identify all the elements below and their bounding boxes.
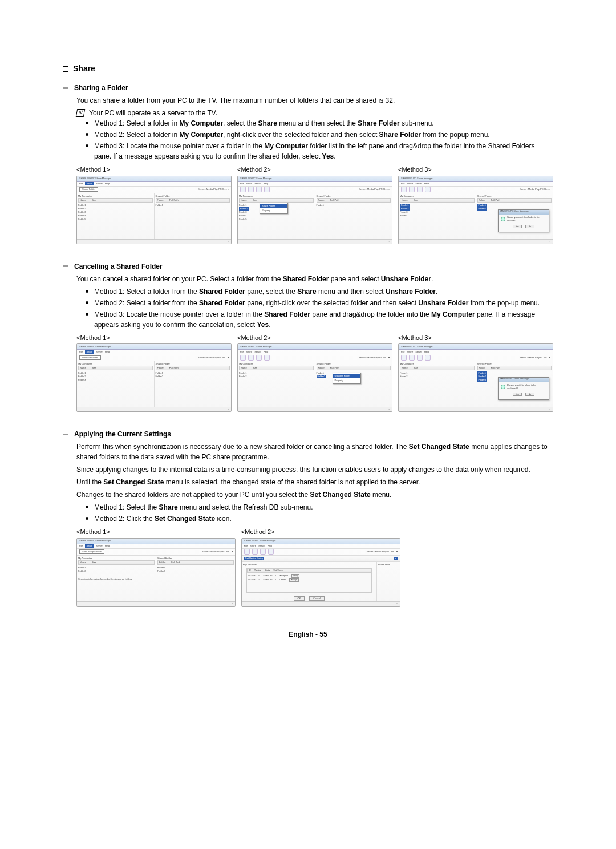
subhead-sharing-text: Sharing a Folder [74,83,128,93]
sharing-note: N Your PC will operate as a server to th… [76,108,553,118]
apply-screenshots: <Method 1> SAMSUNG PC Share Manager File… [76,527,400,607]
subhead-sharing: Sharing a Folder [63,83,553,93]
question-icon [501,385,505,389]
context-menu-share: Share Folder Property [260,203,288,214]
section-title: Share [73,63,95,75]
device-table: IP Device State Set State 192.168.0.10 S… [246,568,372,593]
screenshot-cancel-m1: SAMSUNG PC Share Manager File Share Serv… [76,343,232,412]
sharing-method2: Method 2: Select a folder in My Computer… [86,130,553,140]
sharing-method3: Method 3: Locate the mouse pointer over … [86,141,553,161]
bullet-icon [86,144,88,147]
label-method2: <Method 2> [237,333,392,343]
subhead-apply: Applying the Current Settings [63,429,553,439]
context-menu-unshare: Unshare Folder Property [333,373,361,384]
no-button[interactable]: No [525,393,534,396]
bullet-icon [86,122,88,124]
apply-p1: Perform this when synchronization is nec… [76,442,553,462]
section-share: Share [63,63,553,75]
label-method2: <Method 2> [241,527,400,537]
screenshot-apply-m2: SAMSUNG PC Share Manager File Share Serv… [241,538,400,607]
bar-icon [63,265,68,267]
bullet-icon [86,301,88,304]
bar-icon [63,87,68,89]
sharing-note-text: Your PC will operate as a server to the … [89,108,217,118]
screenshot-share-m1: SAMSUNG PC Share Manager File Share Serv… [76,176,232,244]
deny-button[interactable]: Deny [291,574,299,578]
screenshot-cancel-m2: SAMSUNG PC Share Manager File Share Serv… [237,343,392,412]
sharing-screenshots: <Method 1> SAMSUNG PC Share Manager File… [76,165,553,244]
sharing-intro: You can share a folder from your PC to t… [76,95,553,106]
subhead-cancel-text: Cancelling a Shared Folder [74,261,163,272]
no-button[interactable]: No [525,225,534,228]
bullet-icon [86,133,88,136]
apply-p3: Until the Set Changed State menu is sele… [76,477,553,487]
accept-button[interactable]: Accept [289,578,299,582]
cancel-intro: You can cancel a shared folder on your P… [76,274,553,284]
bullet-icon [86,506,88,508]
label-method1: <Method 1> [76,165,232,175]
label-method1: <Method 1> [76,527,236,537]
confirm-unshare-dialog: SAMSUNG PC Share Messenger Do you want t… [498,377,549,400]
yes-button[interactable]: Yes [513,393,522,396]
subhead-cancel: Cancelling a Shared Folder [63,261,553,272]
question-icon [501,217,505,221]
yes-button[interactable]: Yes [513,225,522,228]
screenshot-share-m2: SAMSUNG PC Share Manager File Share Serv… [237,176,392,244]
square-bullet-icon [63,66,68,72]
apply-method2: Method 2: Click the Set Changed State ic… [86,514,553,524]
apply-p4: Changes to the shared folders are not ap… [76,490,553,500]
label-method2: <Method 2> [237,165,392,175]
cancel-method1: Method 1: Select a folder from the Share… [86,286,553,297]
cancel-method2: Method 2: Select a folder from the Share… [86,298,553,308]
note-icon: N [76,109,85,117]
bullet-icon [86,517,88,520]
label-method3: <Method 3> [398,165,553,175]
apply-p2: Since applying changes to the internal d… [76,464,553,475]
bullet-icon [86,290,88,293]
cancel-button[interactable]: Cancel [309,596,324,601]
sharing-method1: Method 1: Select a folder in My Computer… [86,118,553,128]
ok-button[interactable]: OK [294,596,305,601]
label-method3: <Method 3> [398,333,553,343]
subhead-apply-text: Applying the Current Settings [74,429,171,439]
cancel-method3: Method 3: Locate the mouse pointer over … [86,309,553,330]
screenshot-apply-m1: SAMSUNG PC Share Manager File Share Serv… [76,538,236,607]
bullet-icon [86,313,88,316]
confirm-share-dialog: SAMSUNG PC Share Messenger Would you wan… [498,209,549,232]
cancel-screenshots: <Method 1> SAMSUNG PC Share Manager File… [76,333,553,413]
apply-method1: Method 1: Select the Share menu and sele… [86,502,553,512]
screenshot-share-m3: SAMSUNG PC Share Manager File Share Serv… [398,176,553,244]
bar-icon [63,434,68,435]
page-footer: English - 55 [63,629,553,640]
label-method1: <Method 1> [76,333,232,343]
screenshot-cancel-m3: SAMSUNG PC Share Manager File Share Serv… [398,343,553,412]
